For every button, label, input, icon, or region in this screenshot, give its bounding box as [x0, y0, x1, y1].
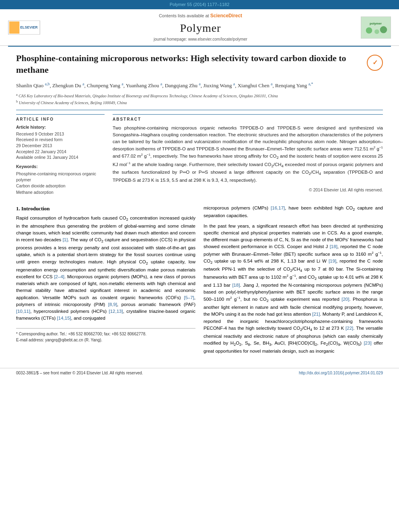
- footer-bar: 0032-3861/$ – see front matter © 2014 El…: [0, 368, 399, 378]
- svg-text:ELSEVIER: ELSEVIER: [20, 25, 38, 29]
- affiliation-a: a CAS Key Laboratory of Bio-based Materi…: [16, 92, 383, 99]
- introduction-title: 1. Introduction: [16, 205, 195, 213]
- received-revised-date: 29 December 2013: [16, 143, 105, 149]
- paper-title: Phosphine-containing microporous network…: [16, 53, 361, 76]
- svg-rect-1: [9, 21, 19, 33]
- elsevier-logo-area: ELSEVIER: [8, 21, 40, 35]
- issn-text: 0032-3861/$ – see front matter © 2014 El…: [16, 370, 143, 376]
- title-divider: [16, 110, 383, 110]
- journal-url: journal homepage: www.elsevier.com/locat…: [40, 37, 361, 42]
- accepted-date: Accepted 22 January 2014: [16, 149, 105, 155]
- article-info-block: ARTICLE INFO Article history: Received 9…: [16, 114, 105, 195]
- intro-para-2: microporous polymers (CMPs) [16,17], hav…: [204, 205, 383, 220]
- polymer-logo: polymer: [361, 16, 391, 39]
- intro-para-1: Rapid consumption of hydrocarbon fuels c…: [16, 215, 195, 322]
- sciencedirect-link[interactable]: ScienceDirect: [210, 13, 242, 18]
- abstract-text: Two phosphine-containing microporous org…: [113, 125, 383, 184]
- keywords-label: Keywords:: [16, 164, 105, 170]
- journal-title-area: Contents lists available at ScienceDirec…: [40, 12, 361, 42]
- title-area: Phosphine-containing microporous network…: [16, 53, 383, 80]
- journal-header: ELSEVIER Contents lists available at Sci…: [0, 9, 399, 46]
- intro-para-3: In the past few years, a significant res…: [204, 223, 383, 355]
- keyword-1: Phosphine-containing microporous organic…: [16, 171, 105, 183]
- received-date: Received 9 October 2013: [16, 131, 105, 137]
- article-info-label: ARTICLE INFO: [16, 117, 105, 122]
- footnote-corresponding: * Corresponding author. Tel.: +86 532 80…: [16, 331, 195, 337]
- authors-line: Shanlin Qiao a,b, Zhengkun Du a, Chunpen…: [16, 81, 383, 90]
- svg-point-5: [366, 27, 372, 34]
- history-group: Article history: Received 9 October 2013…: [16, 124, 105, 160]
- polymer-logo-area: polymer: [361, 16, 391, 39]
- history-label: Article history:: [16, 124, 105, 130]
- paper-title-block: Phosphine-containing microporous network…: [16, 53, 361, 80]
- info-abstract-section: ARTICLE INFO Article history: Received 9…: [16, 114, 383, 199]
- received-revised-label: Received in revised form: [16, 137, 105, 143]
- svg-point-7: [380, 26, 387, 33]
- affiliation-b: b University of Chinese Academy of Scien…: [16, 99, 383, 106]
- doi-link[interactable]: http://dx.doi.org/10.1016/j.polymer.2014…: [299, 370, 383, 376]
- article-info-col: ARTICLE INFO Article history: Received 9…: [16, 114, 105, 199]
- main-content: Phosphine-containing microporous network…: [0, 47, 399, 364]
- abstract-col: ABSTRACT Two phosphine-containing microp…: [113, 114, 383, 199]
- journal-name: Polymer: [40, 20, 361, 36]
- sciencedirect-line: Contents lists available at ScienceDirec…: [40, 12, 361, 19]
- keyword-3: Methane adsorption: [16, 189, 105, 195]
- top-bar: Polymer 55 (2014) 1177–1182: [0, 0, 399, 9]
- available-date: Available online 31 January 2014: [16, 154, 105, 160]
- keywords-group: Keywords: Phosphine-containing microporo…: [16, 164, 105, 195]
- elsevier-logo: ELSEVIER: [8, 21, 40, 35]
- svg-point-6: [374, 29, 379, 34]
- copyright-line: © 2014 Elsevier Ltd. All rights reserved…: [113, 187, 383, 193]
- body-right-col: microporous polymers (CMPs) [16,17], hav…: [204, 205, 383, 358]
- footnote-section: * Corresponding author. Tel.: +86 532 80…: [16, 328, 195, 343]
- affiliations: a CAS Key Laboratory of Bio-based Materi…: [16, 92, 383, 106]
- svg-text:polymer: polymer: [370, 22, 382, 25]
- crossmark-icon[interactable]: ✓: [367, 55, 383, 71]
- body-left-col: 1. Introduction Rapid consumption of hyd…: [16, 205, 195, 358]
- keyword-2: Carbon dioxide adsorption: [16, 183, 105, 189]
- journal-citation: Polymer 55 (2014) 1177–1182: [170, 2, 230, 7]
- abstract-label: ABSTRACT: [113, 114, 383, 123]
- footnote-email: E-mail address: yangrq@qibebt.ac.cn (R. …: [16, 337, 195, 343]
- body-section: 1. Introduction Rapid consumption of hyd…: [16, 205, 383, 358]
